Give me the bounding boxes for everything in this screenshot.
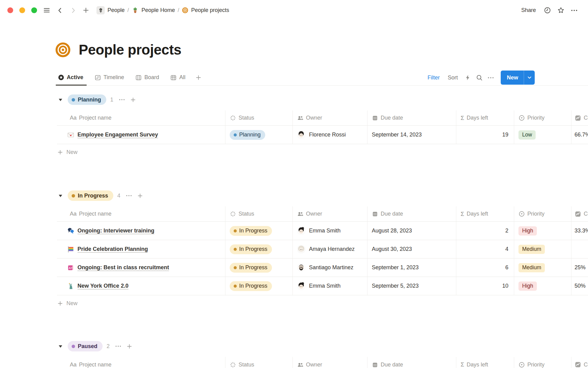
column-header-completion[interactable]: Completion bbox=[571, 110, 588, 125]
cell-days-left[interactable]: 4 bbox=[456, 240, 514, 258]
more-options-button[interactable] bbox=[570, 6, 579, 15]
new-row-button[interactable]: New bbox=[57, 295, 77, 311]
column-header-completion[interactable]: Completion bbox=[571, 206, 588, 221]
group-add-button[interactable] bbox=[125, 342, 134, 351]
project-link[interactable]: Employee Engagement Survey bbox=[67, 131, 158, 139]
cell-days-left[interactable]: 2 bbox=[456, 222, 514, 240]
column-header-days-left[interactable]: ΣDays left bbox=[456, 357, 514, 368]
sigma-icon: Σ bbox=[461, 211, 464, 217]
search-button[interactable] bbox=[475, 73, 484, 82]
cell-status[interactable]: Planning bbox=[225, 126, 293, 144]
cell-status[interactable]: In Progress bbox=[225, 259, 293, 277]
group-options-button[interactable] bbox=[118, 95, 126, 104]
collapse-toggle-icon[interactable] bbox=[58, 343, 63, 349]
project-link[interactable]: New York Office 2.0 bbox=[67, 282, 128, 290]
cell-owner[interactable]: Santiago Martinez bbox=[293, 259, 368, 277]
column-header-days-left[interactable]: ΣDays left bbox=[456, 206, 514, 221]
new-button[interactable]: New bbox=[501, 71, 524, 85]
cell-due-date[interactable]: August 28, 2023 bbox=[368, 222, 456, 240]
cell-owner[interactable]: Amaya Hernandez bbox=[293, 240, 368, 258]
automations-button[interactable] bbox=[463, 73, 472, 82]
favorite-button[interactable] bbox=[556, 6, 565, 15]
cell-due-date[interactable]: September 5, 2023 bbox=[368, 277, 456, 295]
cell-priority[interactable]: Medium bbox=[514, 259, 571, 277]
breadcrumb-people-projects[interactable]: People projects bbox=[182, 7, 229, 14]
cell-completion[interactable]: 33.3% bbox=[571, 222, 588, 240]
group-options-button[interactable] bbox=[125, 191, 133, 200]
column-header-due-date[interactable]: Due date bbox=[368, 357, 456, 368]
column-header-status[interactable]: Status bbox=[225, 357, 293, 368]
updates-button[interactable] bbox=[543, 6, 552, 15]
cell-owner[interactable]: Emma Smith bbox=[293, 222, 368, 240]
add-view-button[interactable] bbox=[194, 73, 203, 82]
back-button[interactable] bbox=[55, 6, 65, 15]
cell-priority[interactable]: Low bbox=[514, 126, 571, 144]
column-header-status[interactable]: Status bbox=[225, 110, 293, 125]
column-header-project-name[interactable]: AaProject name bbox=[57, 206, 225, 221]
column-header-days-left[interactable]: ΣDays left bbox=[456, 110, 514, 125]
group-pill-paused[interactable]: Paused bbox=[68, 341, 103, 351]
column-header-completion[interactable]: Completion bbox=[571, 357, 588, 368]
group-pill-planning[interactable]: Planning bbox=[68, 94, 106, 105]
cell-status[interactable]: In Progress bbox=[225, 222, 293, 240]
sidebar-menu-button[interactable] bbox=[42, 6, 51, 15]
sort-button[interactable]: Sort bbox=[445, 73, 460, 82]
collapse-toggle-icon[interactable] bbox=[58, 193, 63, 199]
new-page-button[interactable] bbox=[81, 6, 90, 15]
page-title[interactable]: People projects bbox=[79, 41, 181, 58]
new-dropdown-button[interactable] bbox=[524, 71, 535, 85]
group-pill-in-progress[interactable]: In Progress bbox=[68, 190, 113, 201]
column-header-owner[interactable]: Owner bbox=[293, 110, 368, 125]
group-add-button[interactable] bbox=[136, 191, 144, 200]
minimize-window-button[interactable] bbox=[19, 7, 25, 13]
cell-completion[interactable]: 66.7% bbox=[571, 126, 588, 144]
group-add-button[interactable] bbox=[129, 95, 137, 104]
column-header-due-date[interactable]: Due date bbox=[368, 110, 456, 125]
forward-button[interactable] bbox=[69, 6, 78, 15]
page-target-icon[interactable] bbox=[55, 42, 71, 58]
column-header-priority[interactable]: Priority bbox=[514, 110, 571, 125]
tab-timeline[interactable]: Timeline bbox=[93, 70, 125, 85]
project-link[interactable]: Pride Celebration Planning bbox=[67, 245, 148, 253]
tab-board[interactable]: Board bbox=[134, 70, 160, 85]
cell-priority[interactable]: High bbox=[514, 277, 571, 295]
group-options-button[interactable] bbox=[114, 342, 123, 351]
column-header-priority[interactable]: Priority bbox=[514, 357, 571, 368]
column-header-owner[interactable]: Owner bbox=[293, 206, 368, 221]
column-header-status[interactable]: Status bbox=[225, 206, 293, 221]
cell-days-left[interactable]: 19 bbox=[456, 126, 514, 144]
cell-due-date[interactable]: September 14, 2023 bbox=[368, 126, 456, 144]
cell-completion[interactable]: 50% bbox=[571, 277, 588, 295]
cell-due-date[interactable]: September 1, 2023 bbox=[368, 259, 456, 277]
project-link[interactable]: Ongoing: Best in class recruitment bbox=[67, 264, 169, 272]
cell-priority[interactable]: High bbox=[514, 222, 571, 240]
close-window-button[interactable] bbox=[7, 7, 13, 13]
column-header-project-name[interactable]: AaProject name bbox=[57, 110, 225, 125]
cell-status[interactable]: In Progress bbox=[225, 240, 293, 258]
zoom-window-button[interactable] bbox=[31, 7, 37, 13]
share-button[interactable]: Share bbox=[519, 6, 538, 15]
tab-active[interactable]: Active bbox=[57, 70, 84, 85]
project-link[interactable]: Ongoing: Interviewer training bbox=[67, 227, 154, 235]
cell-days-left[interactable]: 6 bbox=[456, 259, 514, 277]
column-header-priority[interactable]: Priority bbox=[514, 206, 571, 221]
cell-due-date[interactable]: August 30, 2023 bbox=[368, 240, 456, 258]
breadcrumb-people[interactable]: People bbox=[96, 6, 125, 14]
cell-days-left[interactable]: 10 bbox=[456, 277, 514, 295]
cell-owner[interactable]: Florence Rossi bbox=[293, 126, 368, 144]
column-header-owner[interactable]: Owner bbox=[293, 357, 368, 368]
column-header-due-date[interactable]: Due date bbox=[368, 206, 456, 221]
cell-owner[interactable]: Emma Smith bbox=[293, 277, 368, 295]
new-row-button[interactable]: New bbox=[57, 144, 77, 160]
cell-status[interactable]: In Progress bbox=[225, 277, 293, 295]
collapse-toggle-icon[interactable] bbox=[58, 97, 63, 103]
column-header-project-name[interactable]: AaProject name bbox=[57, 357, 225, 368]
cell-completion[interactable]: 25% bbox=[571, 259, 588, 277]
breadcrumb-people-home[interactable]: People Home bbox=[132, 7, 175, 14]
tab-all[interactable]: All bbox=[169, 70, 186, 85]
view-options-button[interactable] bbox=[487, 73, 495, 82]
status-dot bbox=[234, 229, 237, 232]
cell-completion[interactable] bbox=[571, 240, 588, 258]
cell-priority[interactable]: Medium bbox=[514, 240, 571, 258]
filter-button[interactable]: Filter bbox=[425, 73, 442, 82]
